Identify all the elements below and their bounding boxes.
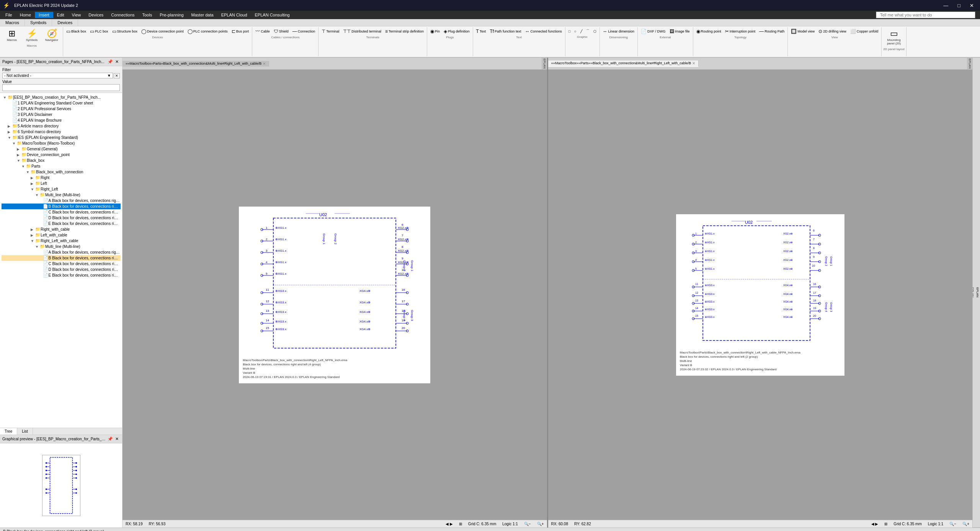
tree-item-6[interactable]: ▶📁5 Article marco directory [2,123,121,129]
btn-routing-point[interactable]: ◉ Routing point [695,28,723,35]
tab-list[interactable]: List [17,428,33,435]
preview-close-btn[interactable]: ✕ [114,437,120,441]
menu-tools[interactable]: Tools [139,12,156,18]
btn-dxf-dwg[interactable]: 📄 DXF / DWG [639,28,667,35]
btn-line[interactable]: ╱ [579,28,584,34]
right-zoom-out[interactable]: 🔍− [949,522,956,526]
right-page-btns[interactable]: ◀ ▶ [871,522,879,526]
maximize-btn[interactable]: □ [954,2,964,9]
tree-item-2[interactable]: 📄1 EPLAN Engineering Standard Cover shee… [2,100,121,106]
btn-model-view[interactable]: 🔲 Model view [789,28,816,35]
btn-navigator[interactable]: 🧭 Navigator [42,28,61,43]
right-grid-icon[interactable]: ⊞ [884,522,887,526]
tree-item-9[interactable]: ▼📁MacroToolbox (Macro-Toolbox) [2,140,121,146]
btn-arc[interactable]: ⌒ [585,28,591,34]
tree-item-23[interactable]: 📄E Black box for devices, connections ri… [2,221,121,226]
btn-plug-def[interactable]: ◈ Plug definition [442,28,471,35]
tree-item-3[interactable]: 📄2 EPLAN Professional Services [2,106,121,112]
right-canvas-scroll[interactable]: U02 1 ⊗XG1.x [548,70,973,520]
tree-item-19[interactable]: 📄A Black box for devices, connections ri… [2,198,121,204]
preview-pin-btn[interactable]: 📌 [106,437,114,441]
tree-item-7[interactable]: ▶📁6 Symbol marco directory [2,129,121,135]
left-tab-1-close[interactable]: ✕ [263,62,266,66]
tree-item-30[interactable]: 📄C Black box for devices, connections ri… [2,261,121,267]
tree-item-18[interactable]: ▼📁Multi_line (Multi-line) [2,192,121,198]
tree-item-16[interactable]: ▶📁Left [2,181,121,186]
menu-devices[interactable]: Devices [85,12,107,18]
btn-plc-box[interactable]: ▭ PLC box [88,28,110,35]
filter-clear-btn[interactable]: ✕ [114,73,120,78]
tree-item-8[interactable]: ▼📁IES (EPLAN Engineering Standard) [2,135,121,140]
menu-insert[interactable]: Insert [35,12,53,18]
btn-black-box[interactable]: ▭ Black box [65,28,88,35]
left-tab-1[interactable]: ==MacroToolbox=Parts=Black_box_with_conn… [122,61,269,67]
tree-item-1[interactable]: ▼📁[EES]_BP_Macro_creation_for_Parts_NFPA… [2,94,121,100]
btn-device-conn[interactable]: ◯ Device connection point [140,28,185,35]
tree-item-28[interactable]: 📄A Black box for devices, connections ri… [2,249,121,255]
tree-item-29[interactable]: 📄B Black box for devices, connections ri… [2,255,121,261]
filter-dropdown-icon[interactable]: ▼ [107,73,111,78]
btn-connection[interactable]: — Connection [291,28,317,35]
toolbar-tab-macros[interactable]: Macros [0,19,25,26]
pages-pin-btn[interactable]: 📌 [106,59,114,64]
left-canvas-scroll[interactable]: U02 Group 1 Group 2 [122,70,547,520]
menu-home[interactable]: Home [16,12,35,18]
btn-structure-box[interactable]: ▭ Structure box [111,28,139,35]
btn-symbols[interactable]: ⚡ Symbols [22,28,41,43]
btn-path-func-text[interactable]: Tf Path function text [488,28,523,35]
tree-item-12[interactable]: ▼📁Black_box [2,158,121,163]
tree-item-20[interactable]: 📄B Black box for devices, connections ri… [2,204,121,209]
menu-eplancloud[interactable]: EPLAN Cloud [217,12,251,18]
tree-item-14[interactable]: ▼📁Black_box_with_connection [2,169,121,175]
tree-item-11[interactable]: ▶📁Device_connection_point [2,152,121,158]
tree-item-5[interactable]: 📄4 EPLAN Image Brochure [2,117,121,123]
menu-connections[interactable]: Connections [107,12,138,18]
menu-edit[interactable]: Edit [53,12,68,18]
menu-eplancons[interactable]: EPLAN Consulting [251,12,294,18]
btn-routing-path[interactable]: — Routing Path [758,28,786,35]
btn-pin[interactable]: ◉ Pin [429,28,441,35]
tree-item-22[interactable]: 📄D Black box for devices, connections ri… [2,215,121,221]
menu-preplanning[interactable]: Pre-planning [156,12,187,18]
tree-item-31[interactable]: 📄D Black box for devices, connections ri… [2,267,121,272]
btn-macros[interactable]: ⊞ Macros [2,28,21,43]
btn-poly[interactable]: ⬡ [592,28,598,34]
btn-linear-dim[interactable]: ↔ Linear dimension [601,28,636,35]
value-input[interactable] [2,84,120,91]
left-zoom-in[interactable]: 🔍+ [537,522,544,526]
btn-interruption-point[interactable]: ✂ Interruption point [724,28,757,35]
tree-item-25[interactable]: ▶📁Left_with_cable [2,232,121,238]
pages-close-btn[interactable]: ✕ [114,59,120,64]
btn-terminal[interactable]: ⊤ Terminal [320,28,341,35]
sidebar-tab-eplan2[interactable]: EPLAN [972,58,975,528]
tree-item-13[interactable]: ▼📁Parts [2,163,121,169]
right-tab-1-close[interactable]: ✕ [692,61,695,65]
tree-item-17[interactable]: ▼📁Right_Left [2,186,121,192]
minimize-btn[interactable]: — [940,2,951,9]
left-grid-icon[interactable]: ⊞ [459,522,462,526]
menu-file[interactable]: File [2,12,16,18]
tree-item-26[interactable]: ▼📁Right_Left_with_cable [2,238,121,244]
toolbar-tab-devices[interactable]: Devices [52,19,78,26]
btn-connected-funcs[interactable]: ↔ Connected functions [524,28,564,35]
btn-bus-port[interactable]: ⊏ Bus port [230,28,251,35]
tree-item-15[interactable]: ▶📁Right [2,175,121,181]
btn-mounting-panel[interactable]: ▭ Moundingpanel (20) [884,28,903,47]
btn-image-file[interactable]: 🖼 Image file [668,28,691,35]
search-input[interactable] [876,11,975,18]
tree-item-24[interactable]: ▶📁Right_with_cable [2,226,121,232]
left-zoom-out[interactable]: 🔍− [524,522,531,526]
right-tab-1[interactable]: ==MacroToolbox==Parts==Black_box_with_co… [548,60,699,67]
right-zoom-in[interactable]: 🔍+ [962,522,969,526]
btn-text[interactable]: T Text [475,28,488,35]
toolbar-tab-symbols[interactable]: Symbols [25,19,52,26]
btn-circle[interactable]: ○ [573,28,578,34]
btn-plc-conn[interactable]: ◯ PLC connection points [186,28,229,35]
tree-item-27[interactable]: ▼📁Multi_line (Multi-line) [2,244,121,249]
tree-item-10[interactable]: ▶📁General (General) [2,146,121,152]
btn-2d-drilling[interactable]: ⊙ 2D drilling view [817,28,848,35]
sidebar-tab-eplan1[interactable]: EPLAN [975,58,980,528]
tree-item-32[interactable]: 📄E Black box for devices, connections ri… [2,272,121,278]
left-page-btns[interactable]: ◀ ▶ [446,522,453,526]
btn-terminal-strip[interactable]: ≡ Terminal strip definition [384,28,425,35]
